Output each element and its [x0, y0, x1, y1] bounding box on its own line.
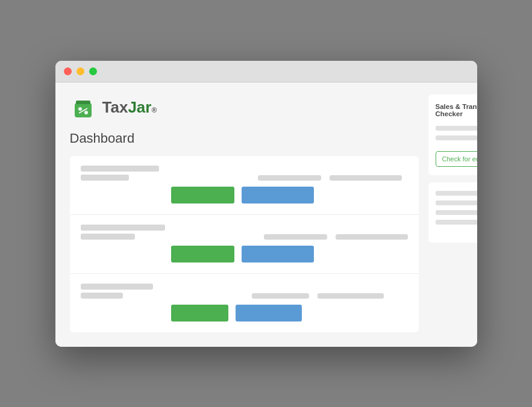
row3-text — [81, 284, 153, 299]
dashboard-row-1 — [70, 156, 419, 215]
row3-line1 — [81, 284, 153, 290]
main-area: TaxJar® Dashboard — [70, 95, 419, 332]
window-content: TaxJar® Dashboard — [55, 82, 477, 347]
row2-text — [81, 225, 165, 240]
row3-col2-label — [318, 293, 384, 299]
logo-registered: ® — [151, 106, 157, 114]
row2-line1 — [81, 225, 165, 231]
titlebar — [55, 61, 477, 82]
taxjar-logo-icon — [70, 95, 96, 121]
page-title: Dashboard — [70, 131, 419, 146]
svg-rect-1 — [76, 101, 90, 104]
row2-header-lines — [264, 234, 408, 240]
logo-jar-part: Jar — [128, 98, 151, 117]
dashboard-cards — [70, 156, 419, 332]
row2-line2 — [81, 234, 135, 240]
row1-col1-label — [258, 175, 321, 181]
sidebar-card-bottom — [428, 182, 477, 243]
row1-bar-green — [171, 187, 234, 204]
sidebar-bottom-line3 — [436, 210, 477, 215]
sidebar-line2 — [436, 135, 477, 140]
row2-col1-label — [264, 234, 327, 240]
row3-bars — [171, 305, 408, 322]
sidebar-bottom-line4 — [436, 220, 477, 225]
row3-col1-label — [252, 293, 309, 299]
row3-line2 — [81, 293, 123, 299]
row1-col2-label — [330, 175, 402, 181]
row2-col2-label — [336, 234, 408, 240]
app-window: TaxJar® Dashboard — [55, 61, 477, 347]
row1-line2 — [81, 175, 129, 181]
row1-text — [81, 166, 159, 181]
row1-bars — [171, 187, 408, 204]
row3-header-lines — [252, 293, 384, 299]
maximize-button[interactable] — [89, 67, 97, 75]
svg-point-3 — [84, 111, 88, 114]
row1-header-lines — [258, 175, 402, 181]
row2-bars — [171, 246, 408, 263]
logo-text: TaxJar® — [102, 98, 157, 117]
row2-bar-green — [171, 246, 234, 263]
sidebar-card-nexus: Sales & Transactions Checker Check for e… — [428, 95, 477, 175]
minimize-button[interactable] — [77, 67, 84, 75]
dashboard-row-3 — [70, 274, 419, 332]
close-button[interactable] — [64, 67, 72, 75]
dashboard-row-2 — [70, 215, 419, 274]
logo-area: TaxJar® — [70, 95, 419, 121]
row1-line1 — [81, 166, 159, 172]
svg-point-2 — [78, 107, 82, 111]
sidebar: Sales & Transactions Checker Check for e… — [428, 95, 477, 332]
sidebar-card-title: Sales & Transactions Checker — [436, 103, 477, 117]
sidebar-line1 — [436, 126, 477, 131]
sidebar-bottom-line2 — [436, 200, 477, 205]
row1-bar-blue — [242, 187, 314, 204]
row2-bar-blue — [242, 246, 314, 263]
row3-bar-green — [171, 305, 228, 322]
sidebar-bottom-line1 — [436, 191, 477, 196]
check-economic-nexus-button[interactable]: Check for economic nexus — [436, 151, 477, 167]
logo-tax-part: Tax — [102, 98, 128, 117]
row3-bar-blue — [236, 305, 302, 322]
